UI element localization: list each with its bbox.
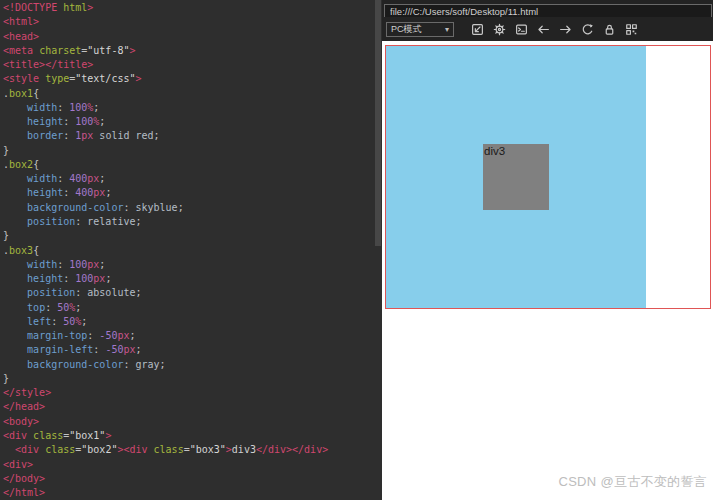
- open-in-browser-button[interactable]: [470, 22, 485, 37]
- rendered-box1: div3: [385, 45, 711, 309]
- box3-label: div3: [484, 145, 505, 157]
- forward-arrow-icon: [559, 23, 572, 36]
- url-bar: [382, 0, 713, 17]
- rendered-box3: div3: [483, 144, 549, 210]
- editor-scrollbar[interactable]: [375, 0, 381, 500]
- forward-button[interactable]: [558, 22, 573, 37]
- screen: <!DOCTYPE html><html><head><meta charset…: [0, 0, 713, 500]
- csdn-watermark: CSDN @亘古不变的誓言: [558, 473, 707, 491]
- lock-button[interactable]: [602, 22, 617, 37]
- chevron-down-icon: ▾: [445, 25, 449, 34]
- back-arrow-icon: [537, 23, 550, 36]
- console-icon: [515, 23, 528, 36]
- code-editor-panel: <!DOCTYPE html><html><head><meta charset…: [0, 0, 382, 500]
- editor-scrollbar-thumb[interactable]: [375, 0, 381, 246]
- rendered-box2: div3: [386, 46, 646, 308]
- qrcode-button[interactable]: [624, 22, 639, 37]
- browser-preview-panel: PC模式 ▾: [382, 0, 713, 500]
- settings-gear-icon: [493, 23, 506, 36]
- code-lines[interactable]: <!DOCTYPE html><html><head><meta charset…: [0, 0, 382, 500]
- console-button[interactable]: [514, 22, 529, 37]
- preview-toolbar: PC模式 ▾: [382, 17, 713, 41]
- back-button[interactable]: [536, 22, 551, 37]
- device-mode-label: PC模式: [391, 23, 422, 36]
- device-mode-dropdown[interactable]: PC模式 ▾: [386, 22, 454, 37]
- open-in-browser-icon: [471, 23, 484, 36]
- settings-button[interactable]: [492, 22, 507, 37]
- rendered-page-viewport: div3 CSDN @亘古不变的誓言: [382, 41, 713, 500]
- qrcode-icon: [625, 23, 638, 36]
- refresh-button[interactable]: [580, 22, 595, 37]
- lock-icon: [603, 23, 616, 36]
- refresh-icon: [581, 23, 594, 36]
